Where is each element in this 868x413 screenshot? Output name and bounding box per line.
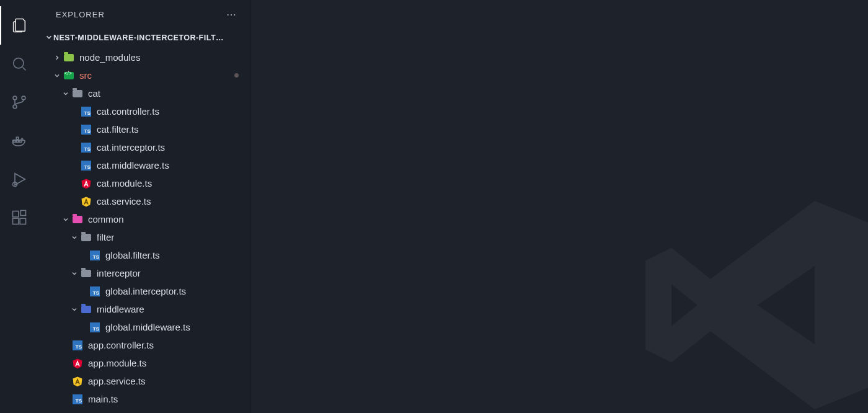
git-branch-icon bbox=[11, 94, 28, 111]
file-row[interactable]: cat.controller.ts bbox=[38, 102, 250, 120]
activity-search[interactable] bbox=[0, 45, 38, 83]
vscode-watermark-icon bbox=[632, 175, 868, 413]
tree-item-label: node_modules bbox=[79, 52, 140, 63]
file-row[interactable]: app.service.ts bbox=[38, 372, 250, 390]
svg-rect-9 bbox=[13, 211, 19, 217]
editor-area bbox=[250, 0, 868, 413]
chevron-down-icon[interactable] bbox=[61, 216, 71, 223]
folder-grey-icon bbox=[81, 268, 92, 279]
tree-item-label: global.middleware.ts bbox=[105, 322, 190, 332]
file-row[interactable]: cat.interceptor.ts bbox=[38, 138, 250, 156]
ang-red-icon bbox=[72, 358, 83, 369]
folder-grey-icon bbox=[72, 88, 83, 99]
tree-item-label: cat.middleware.ts bbox=[97, 160, 169, 171]
chevron-down-icon[interactable] bbox=[69, 234, 79, 241]
file-row[interactable]: app.module.ts bbox=[38, 354, 250, 372]
ang-yellow-icon bbox=[72, 376, 83, 387]
svg-point-0 bbox=[14, 58, 24, 68]
folder-src-icon bbox=[63, 70, 74, 81]
chevron-down-icon[interactable] bbox=[69, 270, 79, 277]
play-bug-icon bbox=[11, 171, 28, 188]
search-icon bbox=[11, 55, 28, 73]
tree-item-label: cat.module.ts bbox=[97, 178, 152, 189]
chevron-down-icon[interactable] bbox=[52, 72, 62, 79]
folder-row[interactable]: common bbox=[38, 210, 250, 228]
explorer-sidebar: EXPLORER ⋯ NEST-MIDDLEWARE-INCTERCETOR-F… bbox=[38, 0, 250, 413]
tree-item-label: main.ts bbox=[88, 394, 118, 404]
file-tree: node_modulessrccatcat.controller.tscat.f… bbox=[38, 47, 250, 413]
explorer-title: EXPLORER bbox=[56, 10, 105, 19]
file-row[interactable]: global.filter.ts bbox=[38, 246, 250, 264]
tree-item-label: middleware bbox=[97, 304, 144, 314]
svg-rect-7 bbox=[16, 137, 19, 140]
folder-row[interactable]: cat bbox=[38, 84, 250, 102]
folder-green-icon bbox=[63, 52, 74, 63]
folder-row[interactable]: interceptor bbox=[38, 264, 250, 282]
tree-item-label: cat bbox=[88, 88, 100, 99]
file-row[interactable]: global.middleware.ts bbox=[38, 318, 250, 336]
file-row[interactable]: main.ts bbox=[38, 390, 250, 408]
files-icon bbox=[11, 17, 28, 34]
svg-point-3 bbox=[22, 96, 25, 100]
ts-icon bbox=[72, 340, 83, 351]
tree-item-label: interceptor bbox=[97, 268, 141, 278]
tree-item-label: global.filter.ts bbox=[105, 250, 160, 260]
folder-row[interactable]: src bbox=[38, 66, 250, 84]
file-row[interactable]: app.controller.ts bbox=[38, 336, 250, 354]
chevron-down-icon[interactable] bbox=[61, 90, 71, 97]
tree-item-label: app.module.ts bbox=[88, 358, 146, 368]
activity-bar bbox=[0, 0, 38, 413]
activity-extensions[interactable] bbox=[0, 198, 38, 237]
ts-icon bbox=[72, 394, 83, 405]
tree-item-label: cat.interceptor.ts bbox=[97, 142, 165, 153]
app-root: EXPLORER ⋯ NEST-MIDDLEWARE-INCTERCETOR-F… bbox=[0, 0, 868, 413]
tree-item-label: global.interceptor.ts bbox=[105, 286, 186, 296]
modified-dot-icon bbox=[234, 73, 239, 78]
tree-item-label: common bbox=[88, 214, 124, 224]
tree-item-label: cat.service.ts bbox=[97, 196, 151, 206]
explorer-more-button[interactable]: ⋯ bbox=[226, 9, 237, 20]
folder-row[interactable]: filter bbox=[38, 228, 250, 246]
chevron-down-icon bbox=[45, 33, 53, 43]
extensions-icon bbox=[11, 209, 28, 226]
folder-pink-icon bbox=[72, 214, 83, 225]
tree-item-label: src bbox=[79, 70, 92, 81]
folder-grey-icon bbox=[81, 232, 92, 243]
tree-item-label: cat.filter.ts bbox=[97, 124, 139, 135]
folder-row[interactable]: middleware bbox=[38, 300, 250, 318]
activity-explorer[interactable] bbox=[0, 6, 38, 45]
ts-icon bbox=[81, 160, 92, 171]
ts-icon bbox=[81, 142, 92, 153]
ang-red-icon bbox=[81, 178, 92, 189]
explorer-header: EXPLORER ⋯ bbox=[38, 0, 250, 29]
svg-point-1 bbox=[13, 96, 17, 100]
file-row[interactable]: cat.filter.ts bbox=[38, 120, 250, 138]
file-row[interactable]: cat.middleware.ts bbox=[38, 156, 250, 174]
svg-rect-11 bbox=[20, 218, 25, 224]
tree-item-label: cat.controller.ts bbox=[97, 106, 159, 117]
ts-icon bbox=[81, 106, 92, 117]
activity-source-control[interactable] bbox=[0, 83, 38, 122]
project-name: NEST-MIDDLEWARE-INCTERCETOR-FILT… bbox=[53, 33, 244, 42]
ts-icon bbox=[89, 322, 100, 333]
tree-item-label: app.service.ts bbox=[88, 376, 146, 386]
file-row[interactable]: global.interceptor.ts bbox=[38, 282, 250, 300]
ts-icon bbox=[89, 250, 100, 261]
ts-icon bbox=[81, 124, 92, 135]
tree-item-label: filter bbox=[97, 232, 114, 242]
folder-row[interactable]: node_modules bbox=[38, 48, 250, 66]
file-row[interactable]: cat.module.ts bbox=[38, 174, 250, 192]
ang-yellow-icon bbox=[81, 196, 92, 207]
activity-docker[interactable] bbox=[0, 122, 38, 160]
chevron-down-icon[interactable] bbox=[69, 306, 79, 313]
docker-icon bbox=[11, 132, 28, 149]
chevron-right-icon[interactable] bbox=[52, 54, 62, 61]
project-section-header[interactable]: NEST-MIDDLEWARE-INCTERCETOR-FILT… bbox=[38, 29, 250, 47]
svg-rect-10 bbox=[13, 218, 19, 224]
svg-rect-12 bbox=[20, 210, 25, 215]
folder-blue-icon bbox=[81, 304, 92, 315]
activity-run-debug[interactable] bbox=[0, 160, 38, 198]
file-row[interactable]: cat.service.ts bbox=[38, 192, 250, 210]
tree-item-label: app.controller.ts bbox=[88, 340, 154, 350]
ts-icon bbox=[89, 286, 100, 297]
